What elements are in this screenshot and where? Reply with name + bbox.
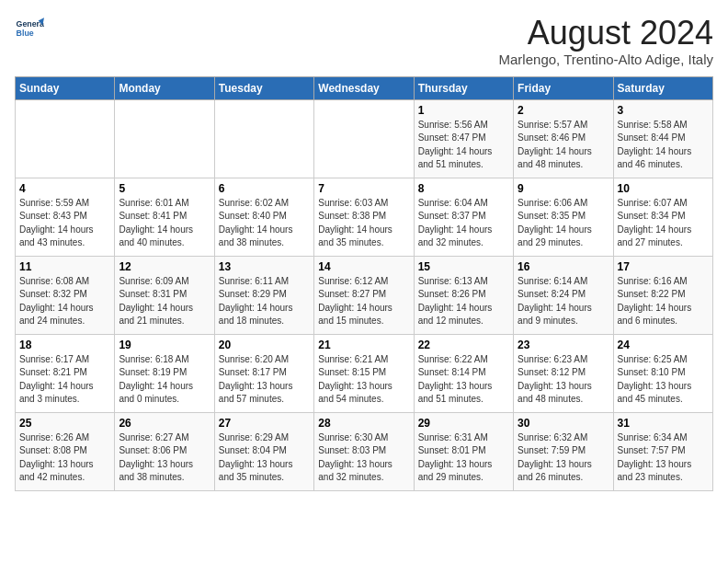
- day-info: Sunrise: 6:09 AM Sunset: 8:31 PM Dayligh…: [119, 275, 210, 328]
- day-number: 8: [418, 182, 509, 195]
- day-info: Sunrise: 6:26 AM Sunset: 8:08 PM Dayligh…: [19, 431, 110, 485]
- table-cell: 30Sunrise: 6:32 AM Sunset: 7:59 PM Dayli…: [514, 412, 613, 490]
- day-info: Sunrise: 6:32 AM Sunset: 7:59 PM Dayligh…: [518, 431, 609, 485]
- day-info: Sunrise: 6:21 AM Sunset: 8:15 PM Dayligh…: [318, 353, 409, 407]
- day-info: Sunrise: 5:58 AM Sunset: 8:44 PM Dayligh…: [618, 119, 709, 172]
- col-sunday: Sunday: [16, 76, 115, 99]
- day-info: Sunrise: 6:27 AM Sunset: 8:06 PM Dayligh…: [119, 431, 210, 485]
- day-info: Sunrise: 6:14 AM Sunset: 8:24 PM Dayligh…: [518, 275, 609, 328]
- day-number: 4: [19, 182, 110, 195]
- day-info: Sunrise: 6:22 AM Sunset: 8:14 PM Dayligh…: [418, 353, 509, 407]
- day-number: 26: [119, 417, 210, 430]
- day-info: Sunrise: 6:13 AM Sunset: 8:26 PM Dayligh…: [418, 275, 509, 328]
- day-info: Sunrise: 6:01 AM Sunset: 8:41 PM Dayligh…: [119, 197, 210, 250]
- logo: General Blue: [15, 15, 44, 44]
- day-info: Sunrise: 6:16 AM Sunset: 8:22 PM Dayligh…: [618, 275, 709, 328]
- table-cell: 29Sunrise: 6:31 AM Sunset: 8:01 PM Dayli…: [414, 412, 513, 490]
- table-cell: 23Sunrise: 6:23 AM Sunset: 8:12 PM Dayli…: [514, 334, 613, 412]
- day-info: Sunrise: 5:57 AM Sunset: 8:46 PM Dayligh…: [518, 119, 609, 172]
- day-info: Sunrise: 6:08 AM Sunset: 8:32 PM Dayligh…: [19, 275, 110, 328]
- day-number: 30: [518, 417, 609, 430]
- day-number: 22: [418, 339, 509, 351]
- table-cell: 13Sunrise: 6:11 AM Sunset: 8:29 PM Dayli…: [214, 256, 313, 334]
- table-cell: 11Sunrise: 6:08 AM Sunset: 8:32 PM Dayli…: [16, 256, 115, 334]
- day-number: 14: [318, 260, 409, 273]
- table-cell: 1Sunrise: 5:56 AM Sunset: 8:47 PM Daylig…: [414, 99, 513, 178]
- table-cell: 6Sunrise: 6:02 AM Sunset: 8:40 PM Daylig…: [214, 178, 313, 256]
- day-info: Sunrise: 6:20 AM Sunset: 8:17 PM Dayligh…: [219, 353, 310, 407]
- table-cell: 22Sunrise: 6:22 AM Sunset: 8:14 PM Dayli…: [414, 334, 513, 412]
- table-cell: 12Sunrise: 6:09 AM Sunset: 8:31 PM Dayli…: [115, 256, 214, 334]
- week-row-5: 25Sunrise: 6:26 AM Sunset: 8:08 PM Dayli…: [16, 412, 713, 490]
- day-number: 29: [418, 417, 509, 430]
- table-cell: 7Sunrise: 6:03 AM Sunset: 8:38 PM Daylig…: [314, 178, 414, 256]
- calendar-header-row: Sunday Monday Tuesday Wednesday Thursday…: [16, 76, 713, 99]
- table-cell: 14Sunrise: 6:12 AM Sunset: 8:27 PM Dayli…: [314, 256, 414, 334]
- table-cell: 8Sunrise: 6:04 AM Sunset: 8:37 PM Daylig…: [414, 178, 513, 256]
- day-number: 19: [119, 339, 210, 351]
- day-number: 17: [618, 260, 709, 273]
- table-cell: 2Sunrise: 5:57 AM Sunset: 8:46 PM Daylig…: [514, 99, 613, 178]
- title-block: August 2024 Marlengo, Trentino-Alto Adig…: [499, 15, 713, 67]
- day-number: 1: [418, 104, 509, 117]
- day-info: Sunrise: 6:17 AM Sunset: 8:21 PM Dayligh…: [19, 353, 110, 407]
- table-cell: 18Sunrise: 6:17 AM Sunset: 8:21 PM Dayli…: [16, 334, 115, 412]
- table-cell: 31Sunrise: 6:34 AM Sunset: 7:57 PM Dayli…: [613, 412, 712, 490]
- day-number: 12: [119, 260, 210, 273]
- week-row-4: 18Sunrise: 6:17 AM Sunset: 8:21 PM Dayli…: [16, 334, 713, 412]
- day-info: Sunrise: 6:31 AM Sunset: 8:01 PM Dayligh…: [418, 431, 509, 485]
- table-cell: 25Sunrise: 6:26 AM Sunset: 8:08 PM Dayli…: [16, 412, 115, 490]
- day-info: Sunrise: 5:59 AM Sunset: 8:43 PM Dayligh…: [19, 197, 110, 250]
- table-cell: 27Sunrise: 6:29 AM Sunset: 8:04 PM Dayli…: [214, 412, 313, 490]
- day-info: Sunrise: 6:34 AM Sunset: 7:57 PM Dayligh…: [618, 431, 709, 485]
- day-number: 5: [119, 182, 210, 195]
- table-cell: [115, 99, 214, 178]
- day-number: 21: [318, 339, 409, 351]
- day-info: Sunrise: 6:06 AM Sunset: 8:35 PM Dayligh…: [518, 197, 609, 250]
- calendar-subtitle: Marlengo, Trentino-Alto Adige, Italy: [499, 52, 713, 67]
- table-cell: [314, 99, 414, 178]
- col-friday: Friday: [514, 76, 613, 99]
- day-info: Sunrise: 6:03 AM Sunset: 8:38 PM Dayligh…: [318, 197, 409, 250]
- week-row-3: 11Sunrise: 6:08 AM Sunset: 8:32 PM Dayli…: [16, 256, 713, 334]
- day-number: 24: [618, 339, 709, 351]
- table-cell: 4Sunrise: 5:59 AM Sunset: 8:43 PM Daylig…: [16, 178, 115, 256]
- day-number: 18: [19, 339, 110, 351]
- page-header: General Blue August 2024 Marlengo, Trent…: [15, 15, 713, 67]
- table-cell: 21Sunrise: 6:21 AM Sunset: 8:15 PM Dayli…: [314, 334, 414, 412]
- day-info: Sunrise: 6:11 AM Sunset: 8:29 PM Dayligh…: [219, 275, 310, 328]
- table-cell: [16, 99, 115, 178]
- day-number: 15: [418, 260, 509, 273]
- day-number: 27: [219, 417, 310, 430]
- day-number: 2: [518, 104, 609, 117]
- table-cell: 15Sunrise: 6:13 AM Sunset: 8:26 PM Dayli…: [414, 256, 513, 334]
- table-cell: 28Sunrise: 6:30 AM Sunset: 8:03 PM Dayli…: [314, 412, 414, 490]
- day-number: 28: [318, 417, 409, 430]
- table-cell: 26Sunrise: 6:27 AM Sunset: 8:06 PM Dayli…: [115, 412, 214, 490]
- table-cell: 16Sunrise: 6:14 AM Sunset: 8:24 PM Dayli…: [514, 256, 613, 334]
- col-thursday: Thursday: [414, 76, 513, 99]
- day-number: 25: [19, 417, 110, 430]
- day-number: 7: [318, 182, 409, 195]
- day-number: 16: [518, 260, 609, 273]
- col-tuesday: Tuesday: [214, 76, 313, 99]
- calendar-title: August 2024: [499, 15, 713, 52]
- week-row-2: 4Sunrise: 5:59 AM Sunset: 8:43 PM Daylig…: [16, 178, 713, 256]
- table-cell: 24Sunrise: 6:25 AM Sunset: 8:10 PM Dayli…: [613, 334, 712, 412]
- logo-icon: General Blue: [15, 15, 44, 44]
- day-info: Sunrise: 6:25 AM Sunset: 8:10 PM Dayligh…: [618, 353, 709, 407]
- day-info: Sunrise: 6:30 AM Sunset: 8:03 PM Dayligh…: [318, 431, 409, 485]
- table-cell: 3Sunrise: 5:58 AM Sunset: 8:44 PM Daylig…: [613, 99, 712, 178]
- calendar-table: Sunday Monday Tuesday Wednesday Thursday…: [15, 76, 713, 491]
- day-number: 9: [518, 182, 609, 195]
- table-cell: [214, 99, 313, 178]
- table-cell: 17Sunrise: 6:16 AM Sunset: 8:22 PM Dayli…: [613, 256, 712, 334]
- day-info: Sunrise: 6:29 AM Sunset: 8:04 PM Dayligh…: [219, 431, 310, 485]
- day-number: 11: [19, 260, 110, 273]
- table-cell: 19Sunrise: 6:18 AM Sunset: 8:19 PM Dayli…: [115, 334, 214, 412]
- day-number: 10: [618, 182, 709, 195]
- col-wednesday: Wednesday: [314, 76, 414, 99]
- day-number: 23: [518, 339, 609, 351]
- week-row-1: 1Sunrise: 5:56 AM Sunset: 8:47 PM Daylig…: [16, 99, 713, 178]
- table-cell: 9Sunrise: 6:06 AM Sunset: 8:35 PM Daylig…: [514, 178, 613, 256]
